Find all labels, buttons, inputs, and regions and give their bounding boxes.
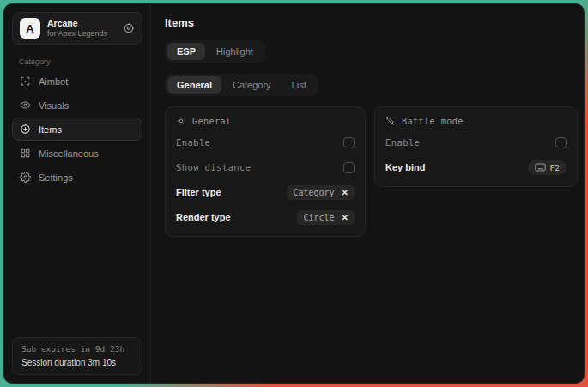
setting-row-key-bind: Key bind F2 [385,159,567,176]
card-title: General [192,117,232,126]
sidebar-item-label: Aimbot [39,76,68,87]
page-title: Items [165,16,578,29]
gear-icon [20,172,31,183]
sidebar-item-items[interactable]: Items [12,118,142,141]
app-meta: Arcane for Apex Legends [47,18,116,39]
card-title: Battle mode [402,117,464,126]
tab-category[interactable]: Category [223,76,281,94]
render-type-select[interactable]: Circle ✕ [297,210,355,225]
sub-expiry-text: Sub expires in 9d 23h [21,343,133,356]
sidebar-item-visuals[interactable]: Visuals [12,94,142,117]
game-background: A Arcane for Apex Legends Category [0,0,588,387]
tab-esp[interactable]: ESP [167,43,205,60]
mode-tabs: ESP Highlight [165,40,265,63]
tab-highlight[interactable]: Highlight [207,43,263,60]
show-distance-checkbox[interactable] [343,162,355,173]
tab-list[interactable]: List [282,76,316,94]
select-value: Category [293,188,334,197]
tab-general[interactable]: General [167,76,221,94]
sun-icon [176,116,186,126]
sidebar-item-aimbot[interactable]: Aimbot [12,70,142,93]
sidebar-item-label: Settings [39,172,73,183]
app-subtitle: for Apex Legends [47,29,116,39]
setting-label: Filter type [176,187,221,197]
app-header-card: A Arcane for Apex Legends [12,12,142,45]
setting-label: Enable [385,137,420,148]
setting-label: Render type [176,212,231,222]
eye-icon [20,100,31,111]
sidebar: A Arcane for Apex Legends Category [4,4,151,383]
sub-tabs: General Category List [165,74,318,96]
setting-label: Show distance [176,162,251,172]
grid-icon [20,148,31,159]
setting-label: Key bind [385,162,425,172]
sword-icon [385,116,396,126]
sidebar-item-label: Items [39,124,62,135]
setting-row-render-type: Render type Circle ✕ [176,209,355,226]
setting-row-show-distance: Show distance [176,159,355,176]
sidebar-nav: Aimbot Visuals [12,70,142,189]
enable-checkbox[interactable] [343,137,355,148]
main-content: Items ESP Highlight General Category Lis… [151,4,585,383]
session-info-card: Sub expires in 9d 23h Session duration 3… [12,337,142,375]
loot-circle-icon [20,124,31,135]
keybind-value: F2 [550,163,560,172]
app-logo: A [20,18,40,39]
session-duration-text: Session duration 3m 10s [21,356,133,370]
app-window: A Arcane for Apex Legends Category [3,3,585,384]
sidebar-item-label: Miscellaneous [39,148,99,159]
battle-mode-card-header: Battle mode [385,116,567,126]
general-card-header: General [176,116,355,126]
setting-label: Enable [176,137,210,148]
battle-enable-checkbox[interactable] [555,137,567,148]
keybind-button[interactable]: F2 [528,160,567,175]
sidebar-item-label: Visuals [39,100,69,111]
sidebar-item-miscellaneous[interactable]: Miscellaneous [12,142,142,165]
setting-row-enable: Enable [385,134,567,151]
filter-type-select[interactable]: Category ✕ [287,185,355,200]
settings-cards: General Enable Show distance Filter type… [165,106,578,237]
setting-row-enable: Enable [176,134,355,151]
keyboard-icon [535,163,546,172]
app-name: Arcane [47,18,116,29]
select-value: Circle [303,213,334,222]
close-icon[interactable]: ✕ [342,213,349,222]
target-icon[interactable] [123,22,135,34]
setting-row-filter-type: Filter type Category ✕ [176,184,355,201]
general-card: General Enable Show distance Filter type… [165,106,366,237]
crosshair-icon [20,76,31,87]
close-icon[interactable]: ✕ [342,188,349,197]
sidebar-section-label: Category [19,57,142,66]
sidebar-item-settings[interactable]: Settings [12,166,142,189]
battle-mode-card: Battle mode Enable Key bind [374,106,578,187]
